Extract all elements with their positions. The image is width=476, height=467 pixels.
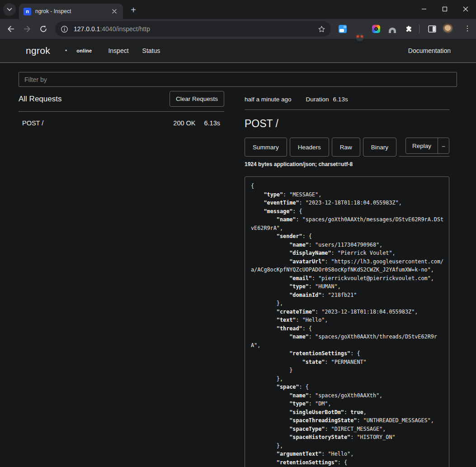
browser-tab[interactable]: n ngrok - Inspect (19, 4, 123, 19)
code-block: { "type": "MESSAGE", "eventTime": "2023-… (245, 176, 449, 467)
request-time-ago: half a minute ago (245, 96, 292, 103)
extension-camera-lens-icon[interactable] (372, 25, 380, 33)
nav-inspect[interactable]: Inspect (108, 47, 128, 54)
extension-window-icon[interactable] (339, 25, 347, 33)
url-text: 127.0.0.1:4040/inspect/http (74, 25, 318, 33)
browser-toolbar: 127.0.0.1:4040/inspect/http ⋮ (0, 19, 476, 39)
extension-goggles-icon[interactable] (356, 33, 364, 41)
browser-window: n ngrok - Inspect + (0, 0, 476, 467)
bookmark-star-icon[interactable] (318, 25, 325, 33)
new-tab-button[interactable]: + (128, 5, 139, 15)
tab-search-button[interactable] (3, 3, 16, 16)
ngrok-page: ngrok • online Inspect Status Documentat… (0, 39, 476, 467)
tab-headers[interactable]: Headers (290, 138, 329, 157)
requests-panel-title: All Requests (19, 95, 61, 104)
divider (245, 110, 449, 110)
window-controls (414, 0, 476, 18)
clear-requests-button[interactable]: Clear Requests (170, 91, 224, 107)
tab-summary[interactable]: Summary (245, 138, 287, 157)
nav-status[interactable]: Status (142, 47, 160, 54)
address-bar[interactable]: 127.0.0.1:4040/inspect/http (55, 21, 331, 37)
extensions-puzzle-icon[interactable] (405, 25, 413, 33)
nav-documentation[interactable]: Documentation (408, 47, 451, 54)
chevron-down-icon (7, 8, 12, 11)
browser-titlebar: n ngrok - Inspect + (0, 0, 476, 19)
browser-menu-icon[interactable]: ⋮ (464, 24, 471, 33)
replay-button[interactable]: Replay (406, 138, 438, 153)
request-status: 200 OK (173, 119, 195, 127)
replay-menu-icon[interactable]: – (438, 138, 449, 153)
detail-tabs: Summary Headers Raw Binary Replay – (245, 138, 449, 157)
maximize-button[interactable] (434, 0, 455, 18)
duration-value: 6.13s (333, 96, 348, 103)
site-header: ngrok • online Inspect Status Documentat… (0, 39, 476, 63)
close-window-button[interactable] (455, 0, 476, 18)
requests-panel: All Requests Clear Requests POST / 200 O… (19, 88, 224, 467)
request-method-path: POST / (22, 119, 43, 127)
site-info-icon[interactable] (61, 25, 68, 33)
profile-avatar[interactable] (442, 23, 453, 34)
request-duration: 6.13s (204, 119, 220, 127)
status-dot: • (65, 48, 67, 54)
request-detail-panel[interactable]: half a minute ago Duration 6.13s POST / … (245, 88, 457, 467)
side-panel-icon[interactable] (428, 25, 436, 33)
tab-raw[interactable]: Raw (332, 138, 360, 157)
url-host: 127.0.0.1 (74, 25, 100, 33)
forward-button[interactable] (23, 24, 32, 33)
ngrok-favicon-icon: n (24, 8, 31, 15)
extension-arc-icon[interactable] (388, 25, 396, 33)
content-meta: 1924 bytes application/json; charset=utf… (245, 161, 449, 167)
tab-close-icon[interactable] (110, 7, 118, 15)
online-status-label: online (76, 48, 92, 53)
minimize-button[interactable] (414, 0, 434, 18)
back-button[interactable] (6, 24, 15, 33)
toolbar-separator (419, 25, 419, 33)
tab-binary[interactable]: Binary (363, 138, 396, 157)
replay-split-button: Replay – (405, 138, 449, 154)
tab-title: ngrok - Inspect (35, 8, 110, 14)
request-detail-title: POST / (245, 118, 449, 130)
request-row[interactable]: POST / 200 OK 6.13s (19, 112, 224, 127)
url-path: :4040/inspect/http (100, 25, 150, 33)
duration-label: Duration (306, 96, 329, 103)
ngrok-logo[interactable]: ngrok (26, 45, 50, 56)
filter-input[interactable] (19, 72, 457, 87)
reload-button[interactable] (39, 24, 48, 33)
